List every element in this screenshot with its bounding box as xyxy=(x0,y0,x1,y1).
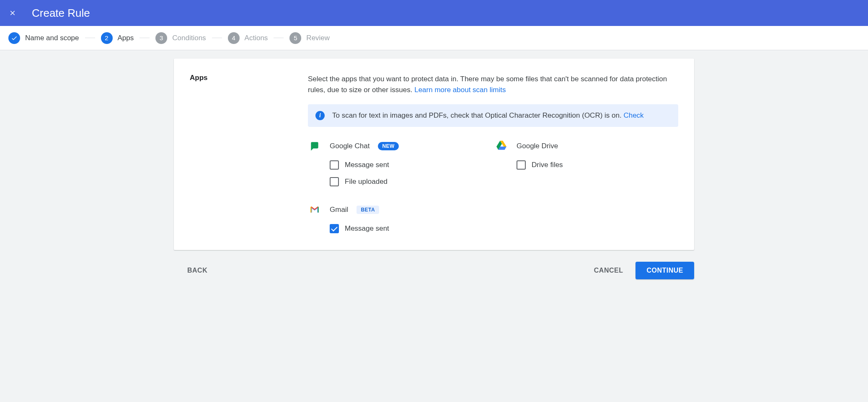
card-right-column: Select the apps that you want to protect… xyxy=(308,74,678,233)
ocr-info-banner: i To scan for text in images and PDFs, c… xyxy=(308,104,678,127)
step-separator xyxy=(85,38,95,38)
section-title: Apps xyxy=(190,74,308,82)
apps-card: Apps Select the apps that you want to pr… xyxy=(174,59,694,250)
close-icon xyxy=(9,9,16,17)
google-chat-icon xyxy=(308,139,321,153)
info-text: To scan for text in images and PDFs, che… xyxy=(332,111,644,120)
step-name-and-scope[interactable]: Name and scope xyxy=(8,32,79,44)
info-icon: i xyxy=(315,111,325,120)
checkbox-icon xyxy=(517,160,526,170)
google-drive-icon xyxy=(495,139,508,153)
dialog-header: Create Rule xyxy=(0,0,868,26)
step-number-icon: 2 xyxy=(101,32,113,44)
step-actions[interactable]: 4 Actions xyxy=(228,32,268,44)
app-header: Google Drive xyxy=(495,139,678,153)
learn-more-link[interactable]: Learn more about scan limits xyxy=(414,86,506,94)
checkbox-icon xyxy=(330,177,339,186)
new-badge: NEW xyxy=(378,142,399,150)
close-button[interactable] xyxy=(5,5,20,21)
cancel-button[interactable]: CANCEL xyxy=(592,263,626,278)
step-review[interactable]: 5 Review xyxy=(289,32,330,44)
stepper: Name and scope 2 Apps 3 Conditions 4 Act… xyxy=(0,26,868,50)
ocr-check-link[interactable]: Check xyxy=(623,111,643,119)
app-google-drive: Google Drive Drive files xyxy=(495,139,678,186)
continue-button[interactable]: CONTINUE xyxy=(636,262,694,279)
step-apps[interactable]: 2 Apps xyxy=(101,32,134,44)
app-gmail: Gmail BETA Message sent xyxy=(308,203,491,233)
step-label: Actions xyxy=(245,34,268,42)
step-number-icon: 3 xyxy=(155,32,167,44)
checkbox-icon xyxy=(330,224,339,233)
app-header: Google Chat NEW xyxy=(308,139,491,153)
app-header: Gmail BETA xyxy=(308,203,491,216)
step-label: Name and scope xyxy=(25,34,79,42)
back-button[interactable]: BACK xyxy=(174,263,210,278)
step-separator xyxy=(274,38,284,38)
app-name: Google Chat xyxy=(330,142,369,150)
checkbox-label: Drive files xyxy=(532,161,563,169)
app-options: Drive files xyxy=(495,160,678,170)
section-description: Select the apps that you want to protect… xyxy=(308,74,678,95)
info-text-content: To scan for text in images and PDFs, che… xyxy=(332,111,623,119)
app-name: Google Drive xyxy=(517,142,558,150)
step-label: Conditions xyxy=(172,34,206,42)
step-separator xyxy=(140,38,150,38)
page-title: Create Rule xyxy=(32,7,90,20)
checkbox-label: File uploaded xyxy=(345,178,388,186)
checkbox-drive-files[interactable]: Drive files xyxy=(517,160,678,170)
step-label: Apps xyxy=(118,34,134,42)
step-separator xyxy=(212,38,222,38)
dialog-footer: BACK CANCEL CONTINUE xyxy=(174,262,694,288)
checkbox-chat-message-sent[interactable]: Message sent xyxy=(330,160,491,170)
checkbox-label: Message sent xyxy=(345,224,389,233)
app-google-chat: Google Chat NEW Message sent File upload… xyxy=(308,139,491,186)
checkbox-chat-file-uploaded[interactable]: File uploaded xyxy=(330,177,491,186)
app-options: Message sent xyxy=(308,224,491,233)
checkbox-gmail-message-sent[interactable]: Message sent xyxy=(330,224,491,233)
checkbox-label: Message sent xyxy=(345,161,389,169)
step-label: Review xyxy=(306,34,330,42)
beta-badge: BETA xyxy=(356,206,379,214)
step-check-icon xyxy=(8,32,20,44)
card-left-column: Apps xyxy=(190,74,308,233)
gmail-icon xyxy=(308,203,321,216)
step-conditions[interactable]: 3 Conditions xyxy=(155,32,206,44)
step-number-icon: 5 xyxy=(289,32,301,44)
apps-grid: Google Chat NEW Message sent File upload… xyxy=(308,139,678,233)
step-number-icon: 4 xyxy=(228,32,240,44)
checkbox-icon xyxy=(330,160,339,170)
app-options: Message sent File uploaded xyxy=(308,160,491,186)
app-name: Gmail xyxy=(330,206,348,214)
